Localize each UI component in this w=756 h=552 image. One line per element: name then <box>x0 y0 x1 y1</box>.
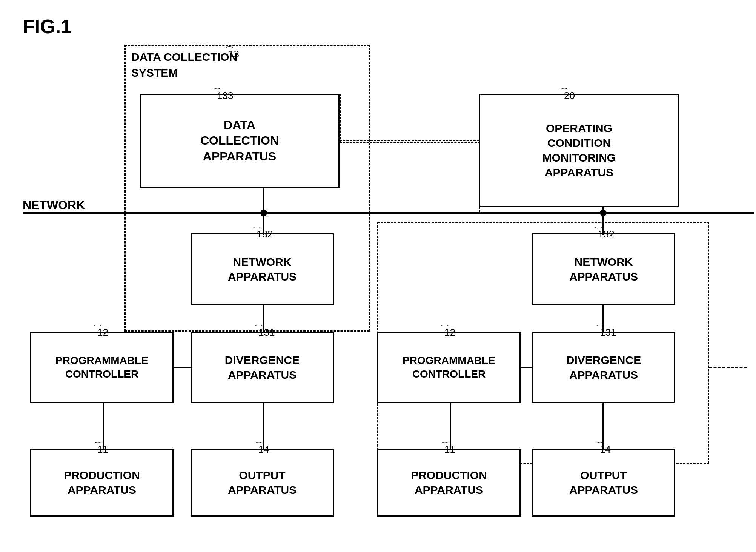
output-apparatus-left-box: OUTPUTAPPARATUS <box>191 449 334 517</box>
output-apparatus-right-box: OUTPUTAPPARATUS <box>532 449 675 517</box>
dca-dashed-top-h <box>264 94 340 95</box>
ref-11-left-curve: ⌒ <box>93 440 103 453</box>
network-label: NETWORK <box>23 198 85 212</box>
ref-20-curve: ⌒ <box>559 86 569 99</box>
line-pc-to-prod-right <box>450 403 451 450</box>
line-ocm-to-network-right <box>602 207 604 214</box>
ref-13-curve: ⌒ <box>224 45 234 58</box>
dashed-right-vert <box>479 142 480 213</box>
network-apparatus-right-box: NETWORKAPPARATUS <box>532 233 675 305</box>
dca-dashed-right-vert <box>340 94 341 143</box>
ref-11-right-curve: ⌒ <box>440 440 450 453</box>
dashed-top-right-line <box>340 142 480 143</box>
programmable-controller-left-box: PROGRAMMABLECONTROLLER <box>30 332 174 403</box>
ref-132-left-curve: ⌒ <box>252 225 262 238</box>
line-na-to-div-left <box>263 305 264 333</box>
line-dca-to-network-left <box>263 188 264 213</box>
ref-14-left-curve: ⌒ <box>254 440 264 453</box>
divergence-apparatus-right-box: DIVERGENCEAPPARATUS <box>532 332 675 403</box>
line-na-to-div-right <box>602 305 604 333</box>
ref-131-left-curve: ⌒ <box>254 323 264 336</box>
line-pc-to-prod-left <box>103 403 104 450</box>
production-apparatus-right-box: PRODUCTIONAPPARATUS <box>377 449 521 517</box>
line-pc-to-div-left <box>174 367 192 368</box>
ref-133-curve: ⌒ <box>212 86 222 99</box>
data-collection-apparatus-box: DATACOLLECTIONAPPARATUS <box>140 94 340 188</box>
production-apparatus-left-box: PRODUCTIONAPPARATUS <box>30 449 174 517</box>
dashed-line-top-connect <box>340 140 479 141</box>
operating-condition-box: OPERATINGCONDITIONMONITORINGAPPARATUS <box>479 94 679 207</box>
ref-12-left-curve: ⌒ <box>93 323 103 336</box>
dashed-extend-right <box>709 367 747 368</box>
line-div-to-out-right <box>602 403 604 450</box>
line-div-to-out-left <box>263 403 264 450</box>
network-apparatus-left-box: NETWORKAPPARATUS <box>191 233 334 305</box>
divergence-apparatus-left-box: DIVERGENCEAPPARATUS <box>191 332 334 403</box>
programmable-controller-right-box: PROGRAMMABLECONTROLLER <box>377 332 521 403</box>
ref-12-right-curve: ⌒ <box>440 323 450 336</box>
data-collection-system-label: DATA COLLECTIONSYSTEM <box>131 49 237 81</box>
line-net-to-na-left <box>263 216 264 235</box>
fig-label: FIG.1 <box>23 15 72 38</box>
line-net-to-na-right <box>602 216 604 235</box>
line-pc-to-div-right <box>521 367 533 368</box>
ref-132-right-curve: ⌒ <box>593 225 603 238</box>
